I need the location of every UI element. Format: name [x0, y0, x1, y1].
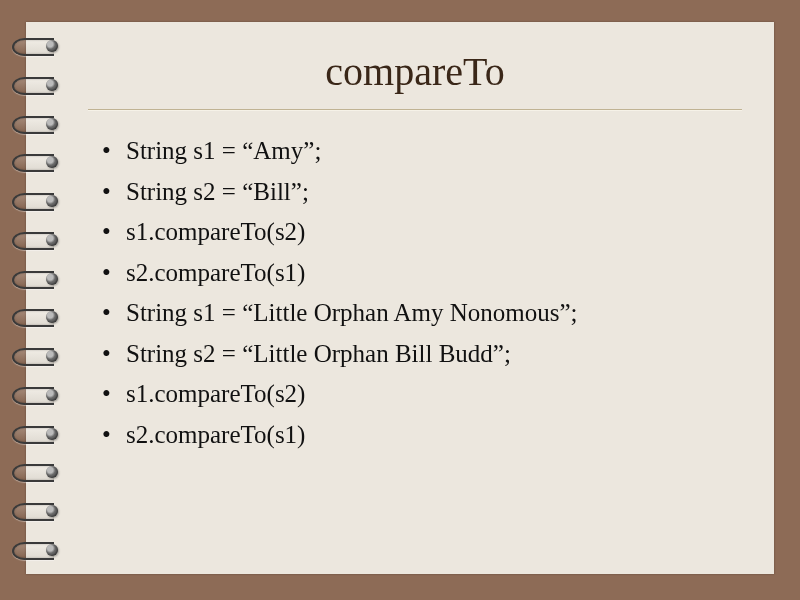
list-item: String s1 = “Little Orphan Amy Nonomous”… [126, 293, 744, 334]
spiral-ring [12, 189, 60, 213]
spiral-ring [12, 267, 60, 291]
slide-frame: compareTo String s1 = “Amy”; String s2 =… [0, 0, 800, 600]
spiral-ring [12, 422, 60, 446]
list-item: s2.compareTo(s1) [126, 253, 744, 294]
list-item: s1.compareTo(s2) [126, 374, 744, 415]
slide-title: compareTo [86, 48, 744, 95]
list-item: s1.compareTo(s2) [126, 212, 744, 253]
slide-content: compareTo String s1 = “Amy”; String s2 =… [86, 42, 744, 554]
spiral-ring [12, 344, 60, 368]
spiral-ring [12, 499, 60, 523]
spiral-ring [12, 538, 60, 562]
spiral-ring [12, 112, 60, 136]
spiral-ring [12, 460, 60, 484]
list-item: String s2 = “Bill”; [126, 172, 744, 213]
spiral-ring [12, 34, 60, 58]
list-item: String s2 = “Little Orphan Bill Budd”; [126, 334, 744, 375]
slide: compareTo String s1 = “Amy”; String s2 =… [26, 22, 774, 574]
spiral-ring [12, 228, 60, 252]
spiral-ring [12, 73, 60, 97]
spiral-ring [12, 305, 60, 329]
list-item: s2.compareTo(s1) [126, 415, 744, 456]
spiral-ring [12, 150, 60, 174]
title-divider [88, 109, 742, 111]
list-item: String s1 = “Amy”; [126, 131, 744, 172]
spiral-ring [12, 383, 60, 407]
spiral-binding [12, 34, 60, 562]
bullet-list: String s1 = “Amy”; String s2 = “Bill”; s… [86, 131, 744, 455]
